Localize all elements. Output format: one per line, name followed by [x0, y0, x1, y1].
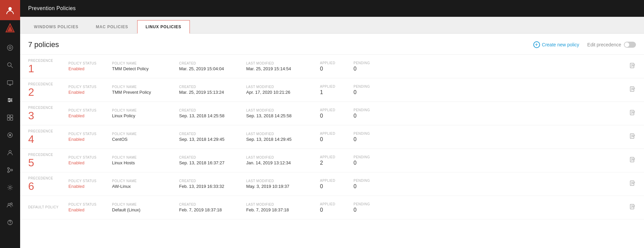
col-applied: APPLIED 1 [320, 85, 354, 95]
col-action [394, 156, 636, 165]
tab-linux[interactable]: LINUX POLICIES [137, 20, 190, 34]
create-new-policy-button[interactable]: + Create new policy [533, 41, 579, 48]
edit-policy-icon[interactable] [629, 109, 636, 118]
pending-value: 0 [354, 89, 394, 95]
pending-label: PENDING [354, 202, 394, 206]
edit-precedence-toggle[interactable] [624, 42, 636, 48]
svg-point-22 [9, 151, 11, 153]
modified-value: May. 3, 2019 10:19:37 [246, 184, 320, 189]
name-value: Default (Linux) [112, 207, 179, 212]
pending-value: 0 [354, 160, 394, 166]
main-content: Prevention Policies WINDOWS POLICIES MAC… [20, 0, 644, 248]
edit-policy-icon[interactable] [629, 86, 636, 94]
col-created: CREATED Feb. 13, 2019 16:33:32 [179, 179, 246, 189]
table-row: PRECEDENCE 6 POLICY STATUS Enabled POLIC… [20, 172, 644, 196]
col-created: CREATED Mar. 25, 2019 15:13:24 [179, 85, 246, 95]
applied-value: 0 [320, 66, 354, 72]
applied-value: 0 [320, 207, 354, 213]
col-pending: PENDING 0 [354, 132, 394, 142]
col-precedence: PRECEDENCE 4 [28, 129, 68, 144]
header-actions: + Create new policy Edit precedence [533, 41, 636, 48]
col-action [394, 109, 636, 118]
sidebar-item-activity[interactable] [0, 40, 20, 56]
col-pending: PENDING 0 [354, 155, 394, 166]
sidebar-item-prevention[interactable] [0, 92, 20, 108]
sidebar-item-settings[interactable] [0, 179, 20, 196]
status-label: POLICY STATUS [68, 203, 112, 206]
edit-policy-icon[interactable] [629, 62, 636, 71]
sidebar-item-search[interactable] [0, 57, 20, 73]
status-label: POLICY STATUS [68, 61, 112, 65]
applied-value: 0 [320, 113, 354, 119]
col-status: POLICY STATUS Enabled [68, 85, 112, 95]
applied-value: 1 [320, 89, 354, 95]
sidebar-item-groups[interactable] [0, 197, 20, 213]
col-precedence: PRECEDENCE 6 [28, 176, 68, 192]
precedence-label: PRECEDENCE [28, 153, 68, 157]
modified-label: LAST MODIFIED [246, 156, 320, 159]
avatar[interactable] [0, 0, 20, 20]
precedence-label: PRECEDENCE [28, 129, 68, 133]
col-created: CREATED Sep. 13, 2018 14:25:58 [179, 109, 246, 118]
edit-policy-icon[interactable] [629, 180, 636, 188]
status-label: POLICY STATUS [68, 132, 112, 136]
name-value: Linux Policy [112, 113, 179, 118]
created-value: Mar. 25, 2019 15:13:24 [179, 90, 246, 95]
col-precedence: PRECEDENCE 5 [28, 153, 68, 168]
edit-policy-icon[interactable] [629, 156, 636, 165]
precedence-number: 6 [28, 181, 68, 192]
status-value: Enabled [68, 207, 112, 212]
sidebar-item-support[interactable] [0, 214, 20, 231]
applied-value: 0 [320, 136, 354, 142]
tab-windows[interactable]: WINDOWS POLICIES [25, 20, 87, 33]
col-status: POLICY STATUS Enabled [68, 179, 112, 189]
svg-line-6 [11, 66, 13, 68]
sidebar-item-intel[interactable] [0, 127, 20, 143]
created-value: Sep. 13, 2018 14:29:45 [179, 137, 246, 142]
col-modified: LAST MODIFIED May. 3, 2019 10:19:37 [246, 179, 320, 189]
modified-label: LAST MODIFIED [246, 61, 320, 65]
edit-policy-icon[interactable] [629, 133, 636, 141]
tab-mac[interactable]: MAC POLICIES [88, 20, 137, 33]
edit-policy-icon[interactable] [629, 203, 636, 212]
edit-precedence-control: Edit precedence [587, 42, 636, 48]
col-modified: LAST MODIFIED Sep. 13, 2018 14:25:58 [246, 109, 320, 118]
modified-value: Sep. 13, 2018 14:29:45 [246, 137, 320, 142]
col-name: POLICY NAME Linux Hosts [112, 156, 179, 165]
svg-point-29 [9, 187, 11, 189]
col-status: POLICY STATUS Enabled [68, 61, 112, 71]
modified-value: Feb. 7, 2019 18:37:18 [246, 207, 320, 212]
created-label: CREATED [179, 61, 246, 65]
precedence-number: 1 [28, 63, 68, 74]
col-applied: APPLIED 0 [320, 61, 354, 72]
sidebar-item-users[interactable] [0, 144, 20, 161]
svg-rect-16 [7, 115, 10, 117]
svg-point-5 [8, 63, 11, 67]
precedence-label: PRECEDENCE [28, 59, 68, 63]
col-name: POLICY NAME TMM Detect Policy [112, 61, 179, 71]
created-value: Feb. 13, 2019 16:33:32 [179, 184, 246, 189]
modified-label: LAST MODIFIED [246, 85, 320, 89]
precedence-number: 4 [28, 134, 68, 144]
brand-logo [0, 20, 20, 37]
sidebar-navigation [0, 40, 20, 231]
precedence-label: PRECEDENCE [28, 82, 68, 86]
name-label: POLICY NAME [112, 132, 179, 136]
sidebar-item-dashboard[interactable] [0, 110, 20, 126]
svg-point-23 [8, 168, 9, 169]
sidebar [0, 0, 20, 248]
name-label: POLICY NAME [112, 109, 179, 112]
col-name: POLICY NAME CentOS [112, 132, 179, 142]
created-label: CREATED [179, 156, 246, 159]
col-name: POLICY NAME Default (Linux) [112, 203, 179, 212]
sidebar-item-devices[interactable] [0, 75, 20, 91]
table-row: PRECEDENCE 5 POLICY STATUS Enabled POLIC… [20, 149, 644, 172]
col-modified: LAST MODIFIED Feb. 7, 2019 18:37:18 [246, 203, 320, 212]
modified-label: LAST MODIFIED [246, 179, 320, 183]
modified-value: Mar. 25, 2019 15:14:54 [246, 66, 320, 71]
applied-label: APPLIED [320, 132, 354, 135]
status-value: Enabled [68, 184, 112, 189]
name-label: POLICY NAME [112, 85, 179, 89]
sidebar-item-branches[interactable] [0, 162, 20, 178]
pending-label: PENDING [354, 132, 394, 135]
